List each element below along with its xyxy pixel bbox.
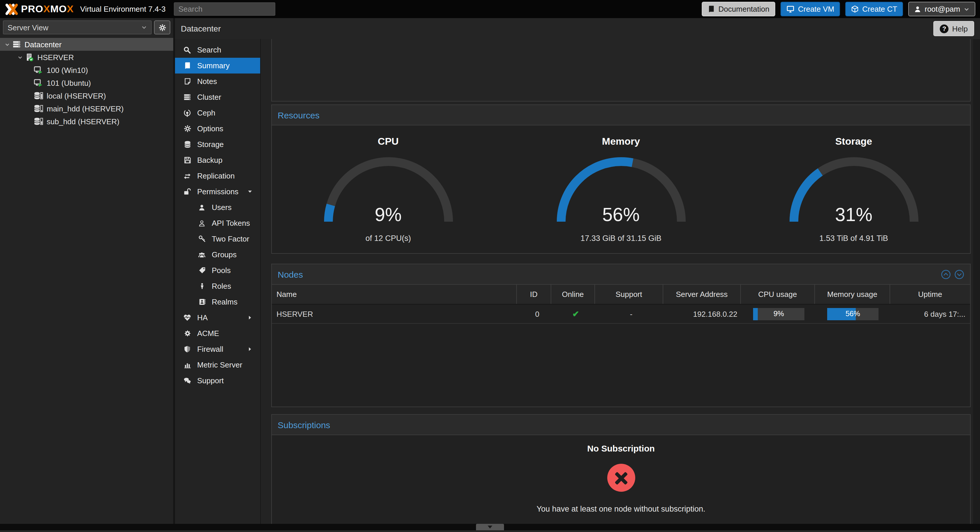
resource-tree: Datacenter HSERVER 100 (Win10) 101 (Ub xyxy=(0,38,173,128)
documentation-label: Documentation xyxy=(718,5,769,13)
nav-item-users[interactable]: Users xyxy=(175,199,260,215)
nav-label: Pools xyxy=(212,266,231,275)
vertical-scrollbar[interactable] xyxy=(973,39,980,524)
storage-percent-value: 31% xyxy=(784,204,924,226)
nodes-table: Name ID Online Support Server Address CP… xyxy=(272,285,970,324)
nav-item-acme[interactable]: ACME xyxy=(175,325,260,341)
nav-item-roles[interactable]: Roles xyxy=(175,278,260,294)
user-outline-icon xyxy=(197,220,207,227)
nav-item-permissions[interactable]: Permissions xyxy=(175,184,260,199)
nav-item-groups[interactable]: Groups xyxy=(175,247,260,263)
nav-label: Users xyxy=(212,203,232,212)
subscriptions-title: Subscriptions xyxy=(278,420,330,430)
documentation-button[interactable]: Documentation xyxy=(702,2,775,16)
caret-right-icon xyxy=(245,347,255,352)
cpu-gauge: 9% xyxy=(318,155,458,226)
scrolled-panel-fragment xyxy=(271,39,970,102)
nav-label: Backup xyxy=(197,156,223,164)
tree-item-storage-sub-hdd[interactable]: sub_hdd (HSERVER) xyxy=(0,115,173,128)
column-header-memory-usage[interactable]: Memory usage xyxy=(815,285,890,304)
no-subscription-heading: No Subscription xyxy=(272,443,970,453)
memory-gauge-block: Memory 56% 17.33 GiB of 31.15 GiB xyxy=(504,131,737,253)
global-search-input[interactable] xyxy=(174,2,275,16)
nav-label: Notes xyxy=(197,77,217,86)
heartbeat-icon xyxy=(183,314,192,322)
nav-item-realms[interactable]: Realms xyxy=(175,294,260,310)
collapse-up-icon[interactable] xyxy=(941,269,951,279)
nav-item-api-tokens[interactable]: API Tokens xyxy=(175,215,260,231)
certificate-icon xyxy=(183,330,192,337)
tree-item-label: 100 (Win10) xyxy=(47,65,88,74)
log-panel-splitter[interactable] xyxy=(0,524,980,530)
nav-item-cluster[interactable]: Cluster xyxy=(175,89,260,105)
proxmox-app: PROXMOX Virtual Environment 7.4-3 Docume… xyxy=(0,0,980,532)
node-id: 0 xyxy=(520,304,554,323)
expand-down-icon[interactable] xyxy=(955,269,964,279)
vm-running-icon xyxy=(33,66,44,74)
splitter-handle[interactable] xyxy=(476,524,504,530)
book-icon xyxy=(183,62,192,69)
proxmox-logo: PROXMOX Virtual Environment 7.4-3 xyxy=(5,3,165,15)
nav-label: Storage xyxy=(197,140,224,149)
tree-item-label: sub_hdd (HSERVER) xyxy=(47,117,119,126)
gear-icon xyxy=(183,125,192,132)
column-header-name[interactable]: Name xyxy=(272,285,517,304)
node-row-hserver[interactable]: HSERVER 0 ✔ - 192.168.0.22 9% xyxy=(272,304,970,324)
tree-item-storage-local[interactable]: local (HSERVER) xyxy=(0,89,173,102)
create-vm-button[interactable]: Create VM xyxy=(781,2,840,16)
nav-item-pools[interactable]: Pools xyxy=(175,263,260,278)
column-header-support[interactable]: Support xyxy=(595,285,663,304)
column-header-id[interactable]: ID xyxy=(517,285,551,304)
nav-item-backup[interactable]: Backup xyxy=(175,152,260,168)
nav-item-firewall[interactable]: Firewall xyxy=(175,341,260,357)
tree-item-datacenter[interactable]: Datacenter xyxy=(0,38,173,51)
chevron-down-icon xyxy=(964,6,969,12)
nav-item-storage[interactable]: Storage xyxy=(175,137,260,152)
memory-gauge: 56% xyxy=(551,155,691,226)
nav-label: Cluster xyxy=(197,93,221,102)
config-nav: Search Summary Notes Cluster Ceph Option… xyxy=(175,39,261,524)
storage-icon xyxy=(33,104,44,113)
nav-item-replication[interactable]: Replication xyxy=(175,168,260,184)
nav-item-ceph[interactable]: Ceph xyxy=(175,105,260,121)
cube-icon xyxy=(851,5,859,13)
users-group-icon xyxy=(197,251,207,258)
view-selector[interactable]: Server View xyxy=(3,21,152,34)
nav-label: Groups xyxy=(212,250,237,259)
shield-icon xyxy=(183,345,192,353)
nav-item-support[interactable]: Support xyxy=(175,373,260,389)
top-bar: PROXMOX Virtual Environment 7.4-3 Docume… xyxy=(0,0,980,18)
tree-item-storage-main-hdd[interactable]: main_hdd (HSERVER) xyxy=(0,102,173,115)
column-header-uptime[interactable]: Uptime xyxy=(890,285,970,304)
nav-item-summary[interactable]: Summary xyxy=(175,58,260,73)
column-header-cpu-usage[interactable]: CPU usage xyxy=(741,285,815,304)
nav-item-metric-server[interactable]: Metric Server xyxy=(175,357,260,373)
note-icon xyxy=(183,78,192,85)
caret-right-icon xyxy=(245,315,255,320)
nav-label: HA xyxy=(197,313,208,322)
nav-item-ha[interactable]: HA xyxy=(175,310,260,325)
tree-item-vm-101[interactable]: 101 (Ubuntu) xyxy=(0,76,173,89)
user-menu-button[interactable]: root@pam xyxy=(908,2,975,16)
expander-icon[interactable] xyxy=(16,54,24,60)
nav-item-options[interactable]: Options xyxy=(175,121,260,137)
column-header-server-address[interactable]: Server Address xyxy=(663,285,741,304)
nav-item-notes[interactable]: Notes xyxy=(175,73,260,89)
nav-label: Replication xyxy=(197,172,235,180)
node-online-icon xyxy=(24,53,34,62)
caret-down-icon xyxy=(245,189,255,194)
help-button[interactable]: ? Help xyxy=(934,21,974,36)
nav-label: Metric Server xyxy=(197,360,242,369)
expander-icon[interactable] xyxy=(3,42,11,47)
summary-content: Resources CPU 9% of 12 CPU(s) xyxy=(261,39,980,524)
nav-label: Permissions xyxy=(197,187,239,196)
nav-item-search[interactable]: Search xyxy=(175,42,260,58)
tree-item-hserver[interactable]: HSERVER xyxy=(0,51,173,64)
tree-item-vm-100[interactable]: 100 (Win10) xyxy=(0,64,173,76)
nav-item-two-factor[interactable]: Two Factor xyxy=(175,231,260,247)
create-ct-button[interactable]: Create CT xyxy=(845,2,903,16)
version-text: Virtual Environment 7.4-3 xyxy=(80,5,165,13)
column-header-online[interactable]: Online xyxy=(551,285,595,304)
storage-gauge-title: Storage xyxy=(737,136,970,148)
tree-settings-button[interactable] xyxy=(154,21,170,34)
